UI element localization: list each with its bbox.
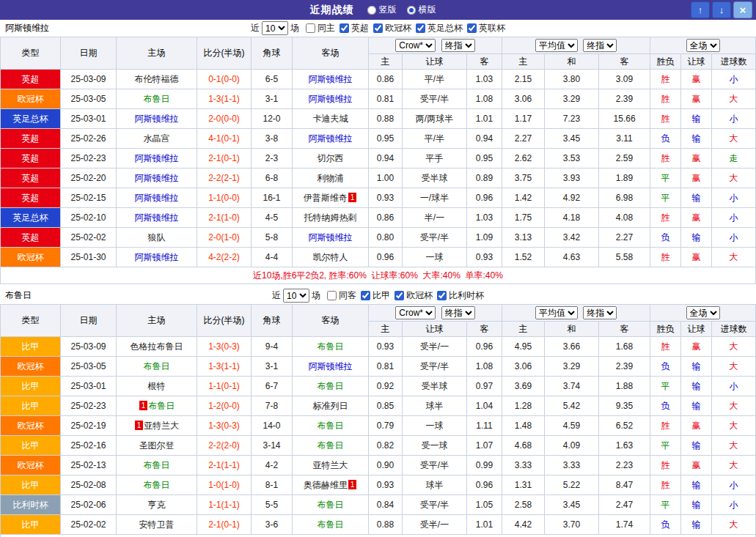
score[interactable]: 1-2(0-0) — [197, 396, 252, 416]
odds-stage-select[interactable]: 终指 — [441, 39, 475, 52]
score[interactable]: 2-1(1-1) — [197, 456, 252, 475]
radio-horizontal[interactable]: 横版 — [407, 4, 436, 16]
radio-vertical[interactable]: 竖版 — [367, 4, 397, 16]
filter-checkbox[interactable]: 同主 — [306, 22, 335, 34]
scope-select[interactable]: 全场 — [686, 306, 720, 319]
filter-checkbox-input[interactable] — [394, 291, 404, 300]
odds-away: 1.08 — [467, 89, 502, 109]
away-team[interactable]: 布鲁日 — [293, 377, 369, 396]
away-team[interactable]: 布鲁日 — [293, 337, 369, 357]
filter-checkbox-input[interactable] — [416, 23, 425, 33]
away-team[interactable]: 利物浦 — [293, 168, 369, 188]
home-team[interactable]: 1布鲁日 — [117, 396, 197, 416]
filter-checkbox[interactable]: 比利时杯 — [437, 289, 484, 302]
home-team-label: 亚特兰大 — [144, 421, 179, 431]
away-team[interactable]: 奥德赫维里1 — [293, 475, 369, 495]
odds-stage-select[interactable]: 终指 — [441, 306, 475, 319]
home-team[interactable]: 阿斯顿维拉 — [117, 188, 197, 208]
filter-checkbox-input[interactable] — [327, 291, 337, 300]
home-team[interactable]: 根特 — [117, 377, 197, 396]
score[interactable]: 1-3(0-3) — [197, 337, 252, 357]
recent-count-select[interactable]: 10 — [283, 289, 309, 303]
score[interactable]: 1-1(0-0) — [197, 188, 252, 208]
score[interactable]: 2-1(1-0) — [197, 208, 252, 228]
home-team[interactable]: 布鲁日 — [117, 357, 197, 377]
score[interactable]: 1-1(1-1) — [197, 495, 252, 515]
filter-checkbox[interactable]: 比甲 — [361, 289, 390, 302]
filter-checkbox-input[interactable] — [340, 23, 349, 33]
away-team[interactable]: 伊普斯维奇1 — [293, 188, 369, 208]
away-team[interactable]: 阿斯顿维拉 — [293, 228, 369, 248]
home-team[interactable]: 布伦特福德 — [117, 70, 197, 89]
filter-checkbox[interactable]: 英足总杯 — [416, 22, 463, 34]
score[interactable]: 4-2(2-2) — [197, 248, 252, 267]
away-team[interactable]: 布鲁日 — [293, 416, 369, 436]
home-team[interactable]: 亨克 — [117, 495, 197, 515]
filter-checkbox-input[interactable] — [467, 23, 477, 33]
filter-checkbox[interactable]: 英联杯 — [467, 22, 505, 34]
average-stage-select[interactable]: 终指 — [583, 39, 617, 52]
away-team[interactable]: 托特纳姆热刺 — [293, 208, 369, 228]
home-team[interactable]: 圣图尔登 — [117, 436, 197, 456]
filter-checkbox[interactable]: 欧冠杯 — [373, 22, 411, 34]
filter-checkbox[interactable]: 欧冠杯 — [394, 289, 433, 302]
score[interactable]: 2-1(0-1) — [197, 149, 252, 168]
score[interactable]: 2-0(0-0) — [197, 109, 252, 129]
home-team[interactable]: 阿斯顿维拉 — [117, 208, 197, 228]
home-team[interactable]: 阿斯顿维拉 — [117, 248, 197, 267]
filter-checkbox[interactable]: 同客 — [327, 289, 356, 302]
average-select[interactable]: 平均值 — [535, 306, 578, 319]
home-team[interactable]: 狼队 — [117, 228, 197, 248]
home-team[interactable]: 阿斯顿维拉 — [117, 109, 197, 129]
filter-checkbox-input[interactable] — [306, 23, 315, 33]
away-team[interactable]: 阿斯顿维拉 — [293, 129, 369, 149]
away-team[interactable]: 标准列日 — [293, 396, 369, 416]
score[interactable]: 1-3(1-1) — [197, 357, 252, 377]
away-team[interactable]: 卡迪夫城 — [293, 109, 369, 129]
average-select[interactable]: 平均值 — [535, 39, 578, 52]
home-team[interactable]: 水晶宫 — [117, 129, 197, 149]
home-team[interactable]: 布鲁日 — [117, 89, 197, 109]
away-team[interactable]: 布鲁日 — [293, 495, 369, 515]
radio-vertical-icon[interactable] — [367, 6, 376, 15]
home-team[interactable]: 布鲁日 — [117, 456, 197, 475]
score[interactable]: 2-0(1-0) — [197, 228, 252, 248]
score[interactable]: 1-3(0-3) — [197, 416, 252, 436]
score[interactable]: 1-1(0-1) — [197, 377, 252, 396]
away-team[interactable]: 切尔西 — [293, 149, 369, 168]
filter-checkbox-input[interactable] — [373, 23, 383, 33]
score[interactable]: 2-2(2-1) — [197, 168, 252, 188]
close-button[interactable]: × — [733, 1, 752, 18]
home-team[interactable]: 布鲁日 — [117, 475, 197, 495]
filter-checkbox[interactable]: 英超 — [340, 22, 369, 34]
away-team[interactable]: 阿斯顿维拉 — [293, 89, 369, 109]
away-team[interactable]: 阿斯顿维拉 — [293, 70, 369, 89]
score[interactable]: 2-2(2-0) — [197, 436, 252, 456]
home-team[interactable]: 1亚特兰大 — [117, 416, 197, 436]
score[interactable]: 1-0(1-0) — [197, 475, 252, 495]
filter-checkbox-input[interactable] — [361, 291, 370, 300]
away-team[interactable]: 阿斯顿维拉 — [293, 357, 369, 377]
score[interactable]: 4-1(0-1) — [197, 129, 252, 149]
bookmaker-select[interactable]: Crow* — [395, 39, 436, 52]
away-team[interactable]: 布鲁日 — [293, 436, 369, 456]
move-down-button[interactable]: ↓ — [712, 1, 731, 18]
filter-checkbox-input[interactable] — [437, 291, 447, 300]
away-team[interactable]: 布鲁日 — [293, 515, 369, 535]
away-team[interactable]: 凯尔特人 — [293, 248, 369, 267]
score[interactable]: 2-1(0-1) — [197, 515, 252, 535]
odds-away: 1.11 — [467, 416, 502, 436]
away-team[interactable]: 亚特兰大 — [293, 456, 369, 475]
recent-count-select[interactable]: 10 — [262, 21, 288, 35]
bookmaker-select[interactable]: Crow* — [395, 306, 436, 319]
home-team[interactable]: 阿斯顿维拉 — [117, 149, 197, 168]
average-stage-select[interactable]: 终指 — [583, 306, 617, 319]
score[interactable]: 1-3(1-1) — [197, 89, 252, 109]
move-up-button[interactable]: ↑ — [691, 1, 710, 18]
score[interactable]: 0-1(0-0) — [197, 70, 252, 89]
scope-select[interactable]: 全场 — [686, 39, 720, 52]
radio-horizontal-icon[interactable] — [407, 6, 416, 15]
home-team[interactable]: 阿斯顿维拉 — [117, 168, 197, 188]
home-team[interactable]: 色格拉布鲁日 — [117, 337, 197, 357]
home-team[interactable]: 安特卫普 — [117, 515, 197, 535]
